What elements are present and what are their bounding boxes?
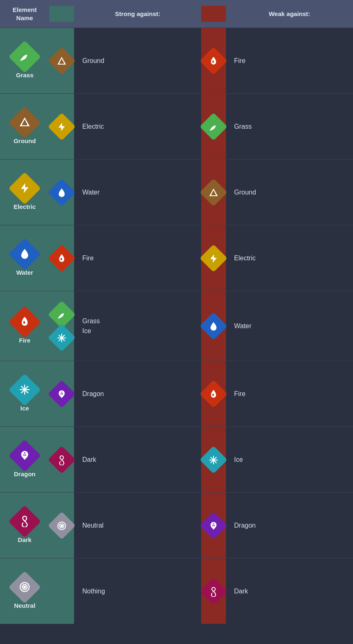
weak-text-cell: Water bbox=[226, 291, 353, 361]
strong-icon-cell bbox=[49, 291, 74, 361]
svg-point-23 bbox=[24, 586, 26, 588]
weak-label: Fire bbox=[234, 390, 246, 398]
strong-label: Nothing bbox=[82, 588, 105, 595]
strong-label: Neutral bbox=[82, 522, 104, 529]
element-label: Ice bbox=[21, 405, 29, 412]
element-cell-fire: Fire bbox=[0, 291, 49, 361]
table-body: Grass Ground Fire Ground Electric Grass … bbox=[0, 28, 353, 624]
table-row: Dragon Dark Ice bbox=[0, 426, 353, 492]
weak-text-cell: Dark bbox=[226, 558, 353, 624]
strong-icon-cell bbox=[49, 361, 74, 426]
table-row: Dark Neutral Dragon bbox=[0, 492, 353, 558]
weak-text-cell: Ice bbox=[226, 427, 353, 492]
table-header: ElementName Strong against: Weak against… bbox=[0, 0, 353, 28]
weak-text-cell: Dragon bbox=[226, 493, 353, 558]
weak-text-cell: Electric bbox=[226, 225, 353, 291]
strong-icon-cell bbox=[49, 28, 74, 93]
element-label: Ground bbox=[14, 137, 36, 144]
strong-label: Electric bbox=[82, 123, 104, 130]
table-row: Ground Electric Grass bbox=[0, 93, 353, 159]
weak-label: Water bbox=[234, 322, 251, 330]
table-row: Ice Dragon Fire bbox=[0, 361, 353, 426]
strong-text-cell: Water bbox=[74, 160, 201, 225]
table-row: Grass Ground Fire bbox=[0, 28, 353, 93]
element-cell-ice: Ice bbox=[0, 361, 49, 426]
strong-label: Fire bbox=[82, 255, 94, 262]
strong-label: Dark bbox=[82, 456, 96, 463]
strong-label: Grass bbox=[82, 317, 100, 325]
element-cell-dragon: Dragon bbox=[0, 427, 49, 492]
element-cell-neutral: Neutral bbox=[0, 558, 49, 624]
weak-label: Fire bbox=[234, 57, 246, 65]
table-row: Fire GrassIce Water bbox=[0, 291, 353, 361]
element-label: Dragon bbox=[14, 470, 36, 477]
table-row: Electric Water Ground bbox=[0, 159, 353, 225]
element-label: Dark bbox=[18, 536, 31, 543]
weak-label: Ice bbox=[234, 456, 243, 463]
strong-label: Dragon bbox=[82, 390, 104, 398]
element-label: Grass bbox=[16, 72, 34, 79]
weak-label: Grass bbox=[234, 123, 252, 130]
strong-text-cell: Ground bbox=[74, 28, 201, 93]
strong-icon-cell bbox=[49, 225, 74, 291]
weak-text-cell: Fire bbox=[226, 28, 353, 93]
element-label: Water bbox=[16, 269, 33, 276]
table-container: ElementName Strong against: Weak against… bbox=[0, 0, 353, 624]
element-label: Neutral bbox=[14, 602, 35, 609]
element-name-header: ElementName bbox=[0, 6, 49, 22]
weak-icon-cell bbox=[201, 160, 226, 225]
element-cell-grass: Grass bbox=[0, 28, 49, 93]
strong-text-cell: Dark bbox=[74, 427, 201, 492]
table-row: Water Fire Electric bbox=[0, 225, 353, 291]
strong-icon-cell bbox=[49, 493, 74, 558]
weak-icon-cell bbox=[201, 361, 226, 426]
strong-text-cell: GrassIce bbox=[74, 291, 201, 361]
element-cell-electric: Electric bbox=[0, 160, 49, 225]
weak-label: Dragon bbox=[234, 522, 255, 529]
weak-label: Ground bbox=[234, 189, 256, 196]
strong-text-cell: Neutral bbox=[74, 493, 201, 558]
element-label: Electric bbox=[14, 203, 36, 210]
svg-point-20 bbox=[61, 524, 63, 526]
element-cell-dark: Dark bbox=[0, 493, 49, 558]
strong-against-header: Strong against: bbox=[74, 10, 201, 17]
strong-text-cell: Dragon bbox=[74, 361, 201, 426]
weak-icon-cell bbox=[201, 28, 226, 93]
strong-text-cell: Nothing bbox=[74, 558, 201, 624]
weak-icon-cell bbox=[201, 493, 226, 558]
strong-label: Ice bbox=[82, 327, 91, 335]
weak-text-cell: Ground bbox=[226, 160, 353, 225]
table-row: NeutralNothing Dark bbox=[0, 558, 353, 624]
weak-icon-cell bbox=[201, 225, 226, 291]
weak-icon-cell bbox=[201, 427, 226, 492]
weak-label: Electric bbox=[234, 255, 255, 262]
element-cell-ground: Ground bbox=[0, 94, 49, 159]
strong-icon-cell bbox=[49, 427, 74, 492]
weak-icon-cell bbox=[201, 94, 226, 159]
strong-icon-cell bbox=[49, 94, 74, 159]
strong-label: Ground bbox=[82, 57, 104, 65]
strong-text-cell: Electric bbox=[74, 94, 201, 159]
weak-icon-cell bbox=[201, 291, 226, 361]
weak-against-header: Weak against: bbox=[226, 10, 353, 17]
strong-text-cell: Fire bbox=[74, 225, 201, 291]
weak-text-cell: Grass bbox=[226, 94, 353, 159]
weak-label: Dark bbox=[234, 588, 248, 595]
strong-icon-cell bbox=[49, 558, 74, 624]
weak-icon-cell bbox=[201, 558, 226, 624]
weak-text-cell: Fire bbox=[226, 361, 353, 426]
element-label: Fire bbox=[19, 337, 30, 344]
element-cell-water: Water bbox=[0, 225, 49, 291]
strong-label: Water bbox=[82, 189, 100, 196]
strong-icon-cell bbox=[49, 160, 74, 225]
